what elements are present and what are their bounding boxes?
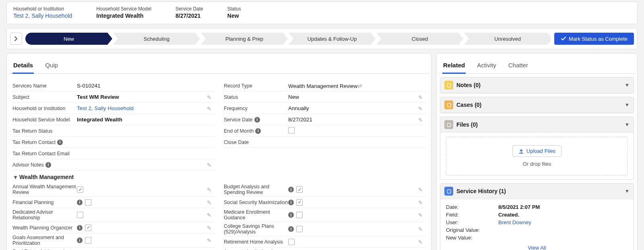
- info-icon[interactable]: i: [77, 237, 83, 243]
- detail-row: FrequencyAnnually✎: [223, 103, 426, 114]
- info-icon[interactable]: i: [77, 225, 83, 231]
- detail-value-wrap: Annually: [288, 105, 425, 111]
- related-panel: RelatedActivityChatter ▢ Notes (0) ▼ ▢ C…: [436, 53, 638, 250]
- edit-pencil-icon[interactable]: ✎: [207, 187, 213, 193]
- edit-pencil-icon[interactable]: ✎: [418, 199, 425, 205]
- edit-pencil-icon[interactable]: ✎: [418, 117, 425, 123]
- service-history-header[interactable]: ▢ Service History (1) ▼: [440, 183, 634, 199]
- info-icon[interactable]: i: [288, 200, 294, 205]
- tab-chatter[interactable]: Chatter: [508, 59, 529, 73]
- history-key: Field:: [446, 212, 494, 218]
- related-menu-button[interactable]: ▼: [625, 122, 630, 127]
- tab-related[interactable]: Related: [442, 59, 466, 74]
- detail-value: Annually: [288, 105, 309, 111]
- detail-row: Record TypeWealth Management Review⇄: [223, 80, 426, 92]
- checkbox: [85, 199, 91, 206]
- edit-pencil-icon[interactable]: ✎: [418, 187, 425, 193]
- notes-header[interactable]: ▢ Notes (0) ▼: [440, 77, 634, 93]
- details-panel: DetailsQuip Services NameS-010241Subject…: [6, 53, 431, 250]
- path-stage[interactable]: New: [25, 33, 112, 45]
- edit-pencil-icon[interactable]: ✎: [418, 226, 425, 232]
- info-icon[interactable]: i: [77, 200, 83, 205]
- detail-value[interactable]: Test 2, Sally Household: [77, 105, 134, 111]
- header-field: Household or Institution Test 2, Sally H…: [13, 6, 72, 19]
- path-stage[interactable]: Closed: [376, 33, 463, 45]
- path-stage[interactable]: Updates & Follow-Up: [289, 33, 376, 45]
- detail-value: Wealth Management Review: [288, 83, 357, 89]
- files-header[interactable]: ▢ Files (0) ▼: [440, 117, 634, 133]
- chevron-right-icon: [14, 36, 18, 41]
- info-icon[interactable]: i: [254, 117, 260, 123]
- header-field-value: New: [227, 12, 241, 19]
- chevron-down-icon: ▾: [14, 174, 17, 180]
- wealth-item-row: Medicare Enrollment Guidance i ✎: [223, 208, 426, 222]
- checkbox: [77, 212, 83, 218]
- header-field-value[interactable]: Test 2, Sally Household: [13, 12, 72, 19]
- path-expand-button[interactable]: [10, 33, 22, 45]
- checkbox: ✓: [296, 186, 303, 193]
- edit-pencil-icon[interactable]: ✎: [207, 225, 213, 231]
- detail-label: End of Month i: [224, 128, 288, 134]
- wealth-item-row: Dedicated Advisor Relationship ✎: [12, 208, 215, 222]
- checkbox: ✓: [77, 186, 83, 193]
- path-stage[interactable]: Planning & Prep: [201, 33, 288, 45]
- checkbox: [288, 239, 295, 245]
- upload-files-button[interactable]: Upload Files: [512, 145, 561, 157]
- detail-value-wrap: Wealth Management Review⇄: [288, 83, 425, 89]
- header-field-value: Integrated Wealth: [96, 12, 151, 19]
- info-icon[interactable]: i: [57, 140, 63, 145]
- service-history-title: Service History (1): [456, 188, 506, 194]
- edit-pencil-icon[interactable]: ✎: [418, 105, 425, 111]
- related-menu-button[interactable]: ▼: [625, 102, 630, 108]
- edit-pencil-icon[interactable]: ✎: [207, 105, 213, 111]
- detail-row: End of Month i: [223, 125, 426, 137]
- upload-icon: [518, 148, 524, 154]
- detail-row: SubjectTest WM Review✎: [12, 92, 215, 103]
- header-field-label: Household Service Model: [96, 6, 151, 12]
- detail-value: Integrated Wealth: [77, 117, 122, 123]
- files-icon: ▢: [444, 120, 453, 129]
- tab-activity[interactable]: Activity: [476, 59, 497, 73]
- file-drop-zone[interactable]: Upload Files Or drop files: [446, 137, 628, 175]
- detail-row: Household Service ModelIntegrated Wealth: [12, 114, 215, 125]
- checkbox: ✓: [85, 225, 91, 231]
- edit-pencil-icon[interactable]: ✎: [207, 162, 213, 168]
- detail-value-wrap: Integrated Wealth: [77, 117, 214, 123]
- related-menu-button[interactable]: ▼: [625, 188, 630, 194]
- path-stage[interactable]: Unresolved: [464, 33, 551, 45]
- detail-value: Test WM Review: [77, 94, 119, 100]
- edit-pencil-icon[interactable]: ✎: [418, 239, 425, 245]
- detail-row: Services NameS-010241: [12, 80, 215, 92]
- section-wealth-management[interactable]: ▾ Wealth Management: [12, 171, 426, 183]
- cases-header[interactable]: ▢ Cases (0) ▼: [440, 97, 634, 113]
- detail-value-wrap: New: [288, 94, 425, 100]
- wealth-item-row: Wealth Planning Organizer i✓ ✎: [12, 222, 215, 233]
- detail-row: Household or InstitutionTest 2, Sally Ho…: [12, 103, 215, 114]
- history-key: New Value:: [446, 235, 494, 241]
- info-icon[interactable]: i: [255, 128, 261, 134]
- info-icon[interactable]: i: [288, 212, 294, 218]
- tab-quip[interactable]: Quip: [44, 59, 59, 73]
- detail-row: Service Date i8/27/2021✎: [223, 114, 426, 125]
- edit-pencil-icon[interactable]: ✎: [207, 199, 213, 205]
- info-icon[interactable]: i: [288, 226, 294, 232]
- mark-status-complete-button[interactable]: Mark Status as Complete: [554, 33, 634, 45]
- path-stage[interactable]: Scheduling: [113, 33, 200, 45]
- tab-details[interactable]: Details: [12, 59, 34, 74]
- detail-value-wrap: 8/27/2021: [288, 117, 425, 123]
- edit-pencil-icon[interactable]: ✎: [418, 94, 425, 100]
- info-icon[interactable]: i: [45, 162, 51, 168]
- header-field-label: Service Date: [175, 6, 203, 12]
- history-value[interactable]: Brent Downey: [498, 219, 531, 225]
- view-all-link[interactable]: View All: [528, 245, 546, 250]
- edit-pencil-icon[interactable]: ✎: [207, 212, 213, 218]
- wealth-item-label: Dedicated Advisor Relationship: [12, 209, 77, 221]
- edit-pencil-icon[interactable]: ✎: [418, 212, 425, 218]
- change-record-type-icon[interactable]: ⇄: [357, 83, 362, 89]
- related-menu-button[interactable]: ▼: [625, 82, 630, 88]
- related-notes: ▢ Notes (0) ▼: [440, 77, 634, 94]
- edit-pencil-icon[interactable]: ✎: [207, 237, 213, 244]
- right-tabs: RelatedActivityChatter: [438, 58, 636, 74]
- info-icon[interactable]: i: [288, 187, 294, 192]
- edit-pencil-icon[interactable]: ✎: [207, 94, 213, 100]
